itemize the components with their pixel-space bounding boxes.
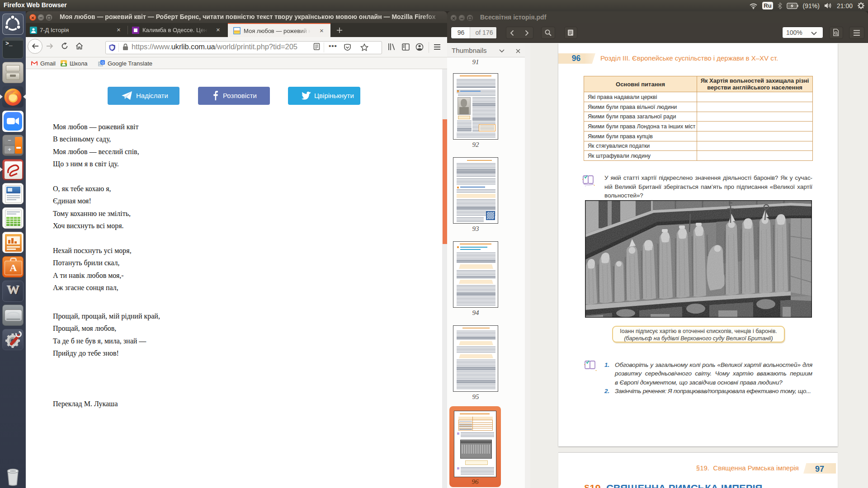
svg-text:G: G bbox=[101, 60, 104, 64]
